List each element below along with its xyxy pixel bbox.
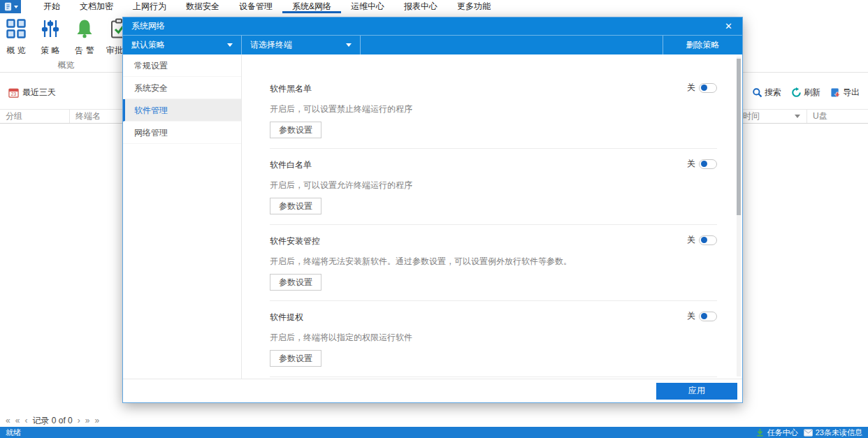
dialog-footer: 应用 [123, 379, 742, 402]
page-prev-icon[interactable]: ‹ [24, 414, 27, 427]
menu-tab-more[interactable]: 更多功能 [447, 0, 500, 13]
task-center-label: 任务中心 [767, 428, 798, 438]
column-header-group[interactable]: 分组 [0, 110, 70, 123]
chevron-down-icon[interactable] [795, 115, 800, 118]
menu-tab-doc-encryption[interactable]: 文档加密 [70, 0, 123, 13]
param-settings-button[interactable]: 参数设置 [270, 198, 321, 214]
toggle-switch[interactable] [699, 235, 717, 245]
record-count-label: 记录 0 of 0 [32, 415, 72, 427]
toggle-knob [701, 161, 707, 167]
setting-piracy-detection: 盗版检测 关 开启后，可以检测终端的盗版软件及盗版Windows系统信息 [270, 377, 717, 379]
delete-policy-button[interactable]: 删除策略 [663, 36, 742, 54]
toggle-state-label: 关 [687, 310, 695, 322]
column-header-time-label: 时间 [743, 110, 760, 123]
ribbon-group-label: 概览 [0, 59, 133, 72]
search-icon [752, 87, 762, 98]
param-settings-button[interactable]: 参数设置 [270, 274, 321, 291]
setting-description: 开启后，可以设置禁止终端运行的程序 [270, 103, 717, 115]
toggle-knob [701, 313, 707, 319]
setting-title: 软件黑名单 [270, 83, 717, 95]
task-center-button[interactable]: 任务中心 [755, 428, 798, 438]
ribbon-item-alert[interactable]: 告 警 [68, 18, 101, 57]
toggle-switch[interactable] [699, 312, 717, 321]
system-network-dialog: 系统网络 ✕ 默认策略 请选择终端 删除策略 常规设置 系统安全 软件管理 网络… [122, 17, 743, 403]
export-icon [830, 87, 841, 98]
export-button[interactable]: 导出 [830, 87, 860, 98]
unread-messages-button[interactable]: 23条未读信息 [804, 428, 862, 438]
grid-icon [6, 18, 27, 41]
setting-software-whitelist: 软件白名单 关 开启后，可以设置允许终端运行的程序 参数设置 [270, 149, 717, 225]
policy-select-value: 默认策略 [131, 39, 165, 51]
ribbon-item-overview[interactable]: 概 览 [0, 18, 32, 57]
app-menu-button[interactable] [0, 0, 21, 13]
terminal-select-value: 请选择终端 [250, 39, 292, 51]
param-settings-button[interactable]: 参数设置 [270, 350, 321, 367]
svg-text:23: 23 [11, 92, 17, 96]
dialog-body: 常规设置 系统安全 软件管理 网络管理 软件黑名单 关 开启后，可以设置禁止终端… [123, 54, 742, 379]
date-range-label: 最近三天 [22, 87, 56, 98]
chevron-down-icon [14, 6, 18, 8]
search-button[interactable]: 搜索 [752, 87, 781, 98]
setting-title: 软件白名单 [270, 159, 717, 171]
dialog-sidebar: 常规设置 系统安全 软件管理 网络管理 [123, 54, 242, 379]
dialog-title: 系统网络 [131, 20, 165, 32]
param-settings-button[interactable]: 参数设置 [270, 122, 321, 138]
sidebar-item-software-mgmt[interactable]: 软件管理 [123, 99, 241, 122]
page-first-icon[interactable]: « [6, 414, 10, 427]
menu-tab-ops-center[interactable]: 运维中心 [341, 0, 394, 13]
menu-tab-system-network[interactable]: 系统&网络 [282, 0, 341, 13]
sliders-icon [40, 18, 61, 41]
page-last-icon[interactable]: » [94, 414, 99, 427]
export-button-label: 导出 [843, 87, 860, 98]
menu-tab-data-security[interactable]: 数据安全 [176, 0, 229, 13]
close-icon[interactable]: ✕ [723, 17, 734, 35]
pagination-bar: « « ‹ 记录 0 of 0 › » » [0, 414, 868, 427]
setting-description: 开启后，可以设置允许终端运行的程序 [270, 180, 717, 191]
envelope-icon [804, 428, 813, 437]
menu-tabs: 开始 文档加密 上网行为 数据安全 设备管理 系统&网络 运维中心 报表中心 更… [34, 0, 500, 13]
setting-description: 开启后，终端将无法安装新软件。通过参数设置，可以设置例外放行软件等参数。 [270, 256, 717, 268]
dialog-title-bar: 系统网络 ✕ [123, 17, 742, 35]
sidebar-item-system-security[interactable]: 系统安全 [123, 77, 241, 99]
ribbon-item-label: 告 警 [75, 45, 94, 57]
column-header-udisk[interactable]: U盘 [806, 110, 868, 123]
ribbon-item-policy[interactable]: 策 略 [34, 18, 66, 57]
terminal-select[interactable]: 请选择终端 [242, 36, 361, 54]
ribbon-item-label: 策 略 [41, 45, 59, 57]
setting-title: 软件提权 [270, 312, 717, 323]
refresh-icon [791, 87, 802, 98]
chevron-down-icon [227, 43, 233, 47]
settings-list: 软件黑名单 关 开启后，可以设置禁止终端运行的程序 参数设置 软件白名单 关 开… [242, 54, 742, 379]
refresh-button[interactable]: 刷新 [791, 87, 820, 98]
toggle-state-label: 关 [687, 82, 695, 94]
download-arrow-icon [755, 428, 765, 437]
scrollbar-thumb[interactable] [737, 59, 741, 215]
calendar-icon: 23 [8, 87, 19, 98]
sidebar-item-general-settings[interactable]: 常规设置 [123, 54, 241, 77]
menu-tab-report-center[interactable]: 报表中心 [394, 0, 447, 13]
toggle-switch[interactable] [699, 83, 717, 93]
setting-software-elevation: 软件提权 关 开启后，终端将以指定的权限运行软件 参数设置 [270, 301, 717, 377]
apply-button[interactable]: 应用 [656, 383, 737, 400]
sidebar-item-network-mgmt[interactable]: 网络管理 [123, 122, 241, 144]
refresh-button-label: 刷新 [804, 87, 820, 98]
date-range-filter[interactable]: 23 最近三天 [8, 87, 56, 98]
page-fast-back-icon[interactable]: « [15, 414, 20, 427]
menu-tab-device-mgmt[interactable]: 设备管理 [229, 0, 282, 13]
policy-select[interactable]: 默认策略 [123, 36, 242, 54]
unread-messages-label: 23条未读信息 [816, 428, 862, 438]
toggle-knob [701, 85, 707, 91]
search-button-label: 搜索 [765, 87, 781, 98]
toggle-state-label: 关 [687, 234, 695, 246]
filter-bar-spacer [361, 36, 663, 54]
menu-tab-start[interactable]: 开始 [34, 0, 70, 13]
toggle-state-label: 关 [687, 158, 695, 170]
setting-title: 软件安装管控 [270, 235, 717, 247]
page-fast-forward-icon[interactable]: » [85, 414, 90, 427]
page-next-icon[interactable]: › [78, 414, 80, 427]
toggle-knob [701, 237, 707, 243]
toggle-switch[interactable] [699, 159, 717, 169]
menu-tab-web-behavior[interactable]: 上网行为 [123, 0, 176, 13]
chevron-down-icon [346, 43, 352, 47]
dialog-scrollbar[interactable] [737, 57, 741, 377]
